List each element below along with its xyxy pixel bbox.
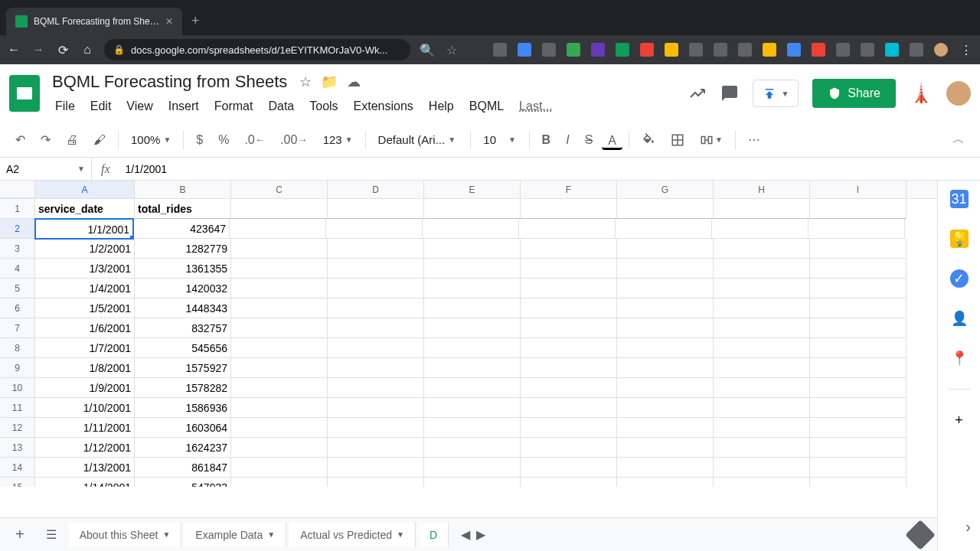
menu-insert[interactable]: Insert <box>162 96 205 116</box>
row-header[interactable]: 8 <box>0 338 35 358</box>
decimal-increase-button[interactable]: .00→ <box>274 129 314 152</box>
expand-side-panel-icon[interactable]: › <box>965 518 971 536</box>
close-tab-icon[interactable]: ✕ <box>165 16 173 27</box>
cell[interactable]: 1282779 <box>135 239 231 259</box>
cell[interactable] <box>617 478 714 487</box>
cell[interactable] <box>424 259 521 279</box>
row-header[interactable]: 1 <box>0 199 35 219</box>
keep-icon[interactable]: 💡 <box>950 230 969 248</box>
cell[interactable] <box>328 398 424 418</box>
cell[interactable] <box>617 199 714 219</box>
ext-icon[interactable] <box>518 43 531 57</box>
menu-extensions[interactable]: Extensions <box>348 96 420 116</box>
cell[interactable] <box>231 478 328 487</box>
cell[interactable] <box>714 458 810 478</box>
cell[interactable] <box>328 438 424 458</box>
italic-button[interactable]: I <box>560 129 575 152</box>
menu-help[interactable]: Help <box>423 96 460 116</box>
cell[interactable] <box>424 438 521 458</box>
present-dropdown[interactable]: ▼ <box>753 80 799 107</box>
cell[interactable] <box>521 358 617 378</box>
cell[interactable] <box>714 378 810 398</box>
row-header[interactable]: 14 <box>0 458 35 478</box>
more-toolbar-button[interactable]: ⋯ <box>742 128 766 152</box>
maps-icon[interactable]: 📍 <box>950 349 969 367</box>
star-icon[interactable]: ☆ <box>299 73 312 90</box>
row-header[interactable]: 10 <box>0 378 35 398</box>
cell[interactable] <box>714 478 810 487</box>
cell[interactable] <box>328 458 424 478</box>
row-header[interactable]: 7 <box>0 318 35 338</box>
cell[interactable] <box>810 358 906 378</box>
menu-edit[interactable]: Edit <box>84 96 118 116</box>
sheets-logo[interactable] <box>9 75 40 112</box>
cell[interactable] <box>231 259 328 279</box>
format-select[interactable]: 123 ▼ <box>317 130 359 149</box>
column-header[interactable]: D <box>328 181 424 198</box>
ext-icon[interactable] <box>885 43 899 57</box>
cell[interactable]: 1578282 <box>135 378 231 398</box>
cell[interactable] <box>424 199 521 219</box>
cell[interactable] <box>617 458 714 478</box>
zoom-icon[interactable]: 🔍 <box>420 43 435 57</box>
row-header[interactable]: 4 <box>0 259 35 279</box>
cell[interactable] <box>810 239 906 259</box>
cell[interactable]: 832757 <box>135 318 231 338</box>
menu-tools[interactable]: Tools <box>303 96 344 116</box>
cell[interactable] <box>714 199 810 219</box>
explore-button[interactable] <box>905 520 936 550</box>
column-header[interactable]: A <box>35 181 135 198</box>
menu-file[interactable]: File <box>49 96 81 116</box>
sheet-tab-actual[interactable]: Actual vs Predicted ▼ <box>289 523 416 547</box>
cell[interactable] <box>328 318 424 338</box>
menu-data[interactable]: Data <box>262 96 300 116</box>
address-bar[interactable]: 🔒 docs.google.com/spreadsheets/d/1eEYITK… <box>104 39 410 60</box>
cell[interactable] <box>231 239 328 259</box>
cell[interactable] <box>424 478 521 487</box>
cell[interactable] <box>714 279 810 298</box>
cell[interactable] <box>231 318 328 338</box>
cell[interactable] <box>810 318 906 338</box>
cell[interactable] <box>231 279 328 298</box>
cell[interactable] <box>328 478 424 487</box>
cell[interactable] <box>231 358 328 378</box>
cell[interactable]: 1575927 <box>135 358 231 378</box>
select-all-corner[interactable] <box>0 181 35 198</box>
row-header[interactable]: 11 <box>0 398 35 418</box>
cell[interactable] <box>714 318 810 338</box>
cell[interactable]: 1/3/2001 <box>35 259 135 279</box>
cell[interactable] <box>328 298 424 318</box>
zoom-select[interactable]: 100% ▼ <box>125 130 177 149</box>
cell[interactable] <box>714 438 810 458</box>
cell[interactable]: 861847 <box>135 458 231 478</box>
cell[interactable] <box>521 418 617 438</box>
column-header[interactable]: H <box>714 181 810 198</box>
cell[interactable]: 1/7/2001 <box>35 338 135 358</box>
cell[interactable] <box>328 259 424 279</box>
cell[interactable] <box>521 458 617 478</box>
account-avatar[interactable] <box>946 81 971 106</box>
cell[interactable]: 1586936 <box>135 398 231 418</box>
cell[interactable] <box>521 259 617 279</box>
ext-icon[interactable] <box>665 43 678 57</box>
cell[interactable] <box>712 219 808 239</box>
strikethrough-button[interactable]: S <box>579 129 599 152</box>
cell[interactable] <box>231 398 328 418</box>
cell[interactable] <box>808 219 905 239</box>
row-header[interactable]: 13 <box>0 438 35 458</box>
cell[interactable]: 1/6/2001 <box>35 318 135 338</box>
cell[interactable] <box>424 279 521 298</box>
borders-button[interactable] <box>665 129 691 152</box>
ext-icon[interactable] <box>787 43 801 57</box>
column-header[interactable]: I <box>810 181 906 198</box>
row-header[interactable]: 15 <box>0 478 35 487</box>
paint-format-button[interactable]: 🖌 <box>87 129 112 152</box>
cell[interactable]: 1448343 <box>135 298 231 318</box>
undo-button[interactable]: ↶ <box>9 128 31 152</box>
cell[interactable] <box>521 398 617 418</box>
ext-icon[interactable] <box>689 43 703 57</box>
cell[interactable]: 1/2/2001 <box>35 239 135 259</box>
column-header[interactable]: E <box>424 181 521 198</box>
sheet-tab-about[interactable]: About this Sheet ▼ <box>69 523 182 547</box>
cell[interactable] <box>810 458 906 478</box>
